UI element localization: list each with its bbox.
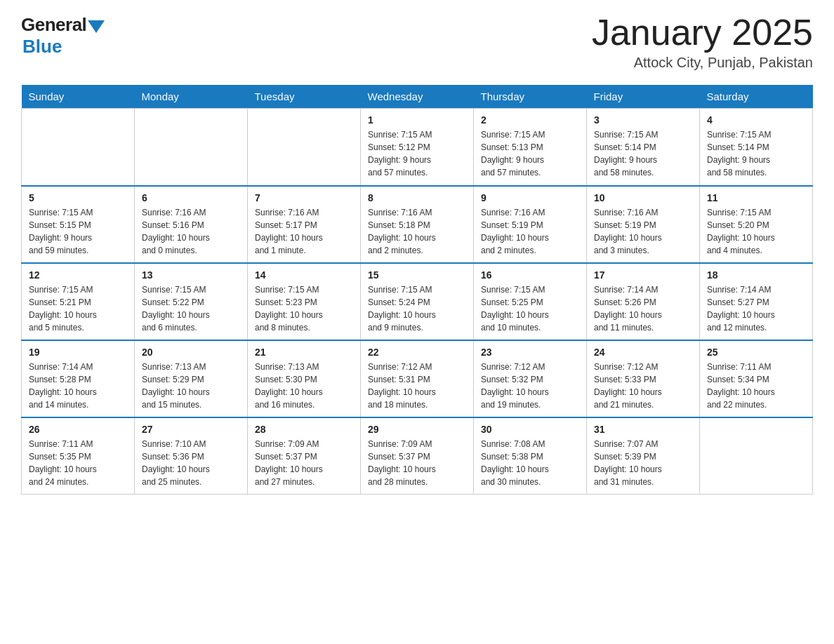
calendar-cell: 11Sunrise: 7:15 AM Sunset: 5:20 PM Dayli… <box>700 186 813 263</box>
calendar-cell: 31Sunrise: 7:07 AM Sunset: 5:39 PM Dayli… <box>587 417 700 495</box>
day-number: 24 <box>594 347 692 358</box>
calendar-cell: 1Sunrise: 7:15 AM Sunset: 5:12 PM Daylig… <box>361 109 474 186</box>
day-info: Sunrise: 7:09 AM Sunset: 5:37 PM Dayligh… <box>368 438 466 488</box>
calendar-cell: 18Sunrise: 7:14 AM Sunset: 5:27 PM Dayli… <box>700 263 813 340</box>
location-text: Attock City, Punjab, Pakistan <box>592 55 813 71</box>
day-info: Sunrise: 7:07 AM Sunset: 5:39 PM Dayligh… <box>594 438 692 488</box>
day-info: Sunrise: 7:15 AM Sunset: 5:23 PM Dayligh… <box>255 283 353 334</box>
day-number: 2 <box>481 114 579 126</box>
day-info: Sunrise: 7:12 AM Sunset: 5:33 PM Dayligh… <box>594 361 692 411</box>
day-info: Sunrise: 7:13 AM Sunset: 5:29 PM Dayligh… <box>142 361 240 411</box>
calendar-cell: 22Sunrise: 7:12 AM Sunset: 5:31 PM Dayli… <box>361 340 474 417</box>
calendar-cell: 17Sunrise: 7:14 AM Sunset: 5:26 PM Dayli… <box>587 263 700 340</box>
day-info: Sunrise: 7:15 AM Sunset: 5:22 PM Dayligh… <box>142 283 240 334</box>
day-number: 1 <box>368 114 466 126</box>
day-info: Sunrise: 7:15 AM Sunset: 5:25 PM Dayligh… <box>481 283 579 334</box>
day-info: Sunrise: 7:15 AM Sunset: 5:15 PM Dayligh… <box>29 206 127 257</box>
day-number: 27 <box>142 424 240 435</box>
day-info: Sunrise: 7:08 AM Sunset: 5:38 PM Dayligh… <box>481 438 579 488</box>
calendar-cell <box>700 417 813 495</box>
day-info: Sunrise: 7:11 AM Sunset: 5:34 PM Dayligh… <box>707 361 805 411</box>
day-info: Sunrise: 7:16 AM Sunset: 5:19 PM Dayligh… <box>481 206 579 257</box>
calendar-cell: 12Sunrise: 7:15 AM Sunset: 5:21 PM Dayli… <box>22 263 135 340</box>
calendar-cell: 25Sunrise: 7:11 AM Sunset: 5:34 PM Dayli… <box>700 340 813 417</box>
day-info: Sunrise: 7:14 AM Sunset: 5:26 PM Dayligh… <box>594 283 692 334</box>
calendar-week-row: 5Sunrise: 7:15 AM Sunset: 5:15 PM Daylig… <box>22 186 813 263</box>
day-number: 23 <box>481 347 579 358</box>
day-number: 25 <box>707 347 805 358</box>
calendar-cell: 23Sunrise: 7:12 AM Sunset: 5:32 PM Dayli… <box>474 340 587 417</box>
day-info: Sunrise: 7:15 AM Sunset: 5:21 PM Dayligh… <box>29 283 127 334</box>
day-info: Sunrise: 7:15 AM Sunset: 5:20 PM Dayligh… <box>707 206 805 257</box>
day-number: 10 <box>594 192 692 203</box>
calendar-cell <box>248 109 361 186</box>
col-header-wednesday: Wednesday <box>361 85 474 109</box>
day-info: Sunrise: 7:15 AM Sunset: 5:24 PM Dayligh… <box>368 283 466 334</box>
calendar-table: SundayMondayTuesdayWednesdayThursdayFrid… <box>21 85 813 495</box>
calendar-cell: 13Sunrise: 7:15 AM Sunset: 5:22 PM Dayli… <box>135 263 248 340</box>
calendar-cell: 3Sunrise: 7:15 AM Sunset: 5:14 PM Daylig… <box>587 109 700 186</box>
day-number: 22 <box>368 347 466 358</box>
day-number: 13 <box>142 269 240 281</box>
day-info: Sunrise: 7:09 AM Sunset: 5:37 PM Dayligh… <box>255 438 353 488</box>
month-title: January 2025 <box>592 14 813 51</box>
calendar-cell: 24Sunrise: 7:12 AM Sunset: 5:33 PM Dayli… <box>587 340 700 417</box>
day-number: 31 <box>594 424 692 435</box>
day-info: Sunrise: 7:14 AM Sunset: 5:28 PM Dayligh… <box>29 361 127 411</box>
day-info: Sunrise: 7:12 AM Sunset: 5:31 PM Dayligh… <box>368 361 466 411</box>
calendar-cell <box>135 109 248 186</box>
col-header-saturday: Saturday <box>700 85 813 109</box>
day-info: Sunrise: 7:15 AM Sunset: 5:13 PM Dayligh… <box>481 128 579 179</box>
day-number: 8 <box>368 192 466 203</box>
day-number: 30 <box>481 424 579 435</box>
col-header-thursday: Thursday <box>474 85 587 109</box>
calendar-cell: 15Sunrise: 7:15 AM Sunset: 5:24 PM Dayli… <box>361 263 474 340</box>
calendar-week-row: 26Sunrise: 7:11 AM Sunset: 5:35 PM Dayli… <box>22 417 813 495</box>
day-info: Sunrise: 7:15 AM Sunset: 5:14 PM Dayligh… <box>594 128 692 179</box>
calendar-cell: 28Sunrise: 7:09 AM Sunset: 5:37 PM Dayli… <box>248 417 361 495</box>
day-number: 20 <box>142 347 240 358</box>
logo-arrow-icon <box>88 20 105 33</box>
calendar-cell: 26Sunrise: 7:11 AM Sunset: 5:35 PM Dayli… <box>22 417 135 495</box>
calendar-header-row: SundayMondayTuesdayWednesdayThursdayFrid… <box>22 85 813 109</box>
day-info: Sunrise: 7:15 AM Sunset: 5:14 PM Dayligh… <box>707 128 805 179</box>
calendar-cell: 27Sunrise: 7:10 AM Sunset: 5:36 PM Dayli… <box>135 417 248 495</box>
day-number: 29 <box>368 424 466 435</box>
calendar-cell: 10Sunrise: 7:16 AM Sunset: 5:19 PM Dayli… <box>587 186 700 263</box>
col-header-monday: Monday <box>135 85 248 109</box>
calendar-cell: 7Sunrise: 7:16 AM Sunset: 5:17 PM Daylig… <box>248 186 361 263</box>
calendar-cell: 16Sunrise: 7:15 AM Sunset: 5:25 PM Dayli… <box>474 263 587 340</box>
day-number: 12 <box>29 269 127 281</box>
calendar-cell: 9Sunrise: 7:16 AM Sunset: 5:19 PM Daylig… <box>474 186 587 263</box>
day-info: Sunrise: 7:16 AM Sunset: 5:19 PM Dayligh… <box>594 206 692 257</box>
header-title-section: January 2025 Attock City, Punjab, Pakist… <box>592 14 813 71</box>
day-number: 9 <box>481 192 579 203</box>
calendar-cell <box>22 109 135 186</box>
day-number: 21 <box>255 347 353 358</box>
day-info: Sunrise: 7:15 AM Sunset: 5:12 PM Dayligh… <box>368 128 466 179</box>
day-number: 4 <box>707 114 805 126</box>
logo-blue-text: Blue <box>22 36 62 58</box>
calendar-cell: 6Sunrise: 7:16 AM Sunset: 5:16 PM Daylig… <box>135 186 248 263</box>
calendar-cell: 5Sunrise: 7:15 AM Sunset: 5:15 PM Daylig… <box>22 186 135 263</box>
day-info: Sunrise: 7:13 AM Sunset: 5:30 PM Dayligh… <box>255 361 353 411</box>
day-number: 19 <box>29 347 127 358</box>
day-number: 11 <box>707 192 805 203</box>
calendar-week-row: 12Sunrise: 7:15 AM Sunset: 5:21 PM Dayli… <box>22 263 813 340</box>
day-number: 7 <box>255 192 353 203</box>
day-number: 15 <box>368 269 466 281</box>
day-number: 18 <box>707 269 805 281</box>
day-number: 5 <box>29 192 127 203</box>
day-number: 6 <box>142 192 240 203</box>
calendar-cell: 14Sunrise: 7:15 AM Sunset: 5:23 PM Dayli… <box>248 263 361 340</box>
day-info: Sunrise: 7:12 AM Sunset: 5:32 PM Dayligh… <box>481 361 579 411</box>
calendar-cell: 2Sunrise: 7:15 AM Sunset: 5:13 PM Daylig… <box>474 109 587 186</box>
day-number: 17 <box>594 269 692 281</box>
col-header-friday: Friday <box>587 85 700 109</box>
day-number: 28 <box>255 424 353 435</box>
logo-general-text: General <box>21 14 86 36</box>
day-info: Sunrise: 7:14 AM Sunset: 5:27 PM Dayligh… <box>707 283 805 334</box>
calendar-cell: 8Sunrise: 7:16 AM Sunset: 5:18 PM Daylig… <box>361 186 474 263</box>
col-header-sunday: Sunday <box>22 85 135 109</box>
calendar-week-row: 1Sunrise: 7:15 AM Sunset: 5:12 PM Daylig… <box>22 109 813 186</box>
